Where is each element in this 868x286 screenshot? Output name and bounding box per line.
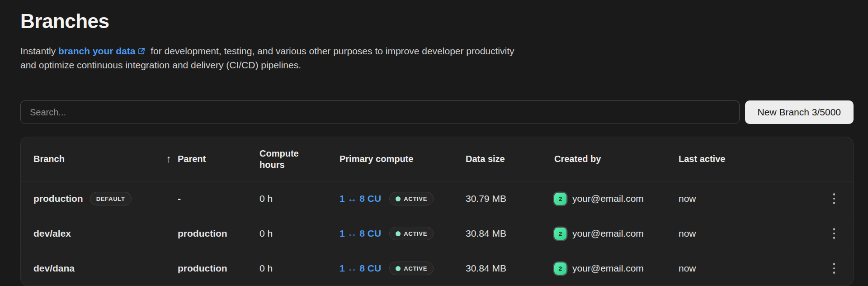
description-part3: and optimize continuous integration and … xyxy=(20,58,617,72)
search-input[interactable] xyxy=(20,100,740,124)
last-active: now xyxy=(679,193,823,204)
primary-compute-cell: 1 ↔ 8 CU ACTIVE xyxy=(340,192,466,205)
data-size: 30.79 MB xyxy=(466,193,554,204)
branch-name: dev/alex xyxy=(33,228,71,239)
branch-name: production xyxy=(33,193,83,204)
avatar: 2 xyxy=(554,193,566,205)
default-badge: DEFAULT xyxy=(90,192,132,205)
column-header-data-size[interactable]: Data size xyxy=(466,154,554,164)
actions-cell xyxy=(823,224,853,243)
column-header-compute-hours[interactable]: Compute hours xyxy=(259,148,340,171)
branch-name: dev/dana xyxy=(33,263,75,274)
branches-page: Branches Instantly branch your data for … xyxy=(0,0,868,286)
external-link-icon xyxy=(137,45,146,58)
status-dot-icon xyxy=(396,266,401,271)
status-dot-icon xyxy=(396,196,401,201)
compute-size-link[interactable]: 1 ↔ 8 CU xyxy=(340,228,381,239)
sort-ascending-icon: ↑ xyxy=(166,153,172,165)
description-part1: Instantly xyxy=(20,46,58,56)
kebab-menu-icon xyxy=(833,228,835,239)
primary-compute-cell: 1 ↔ 8 CU ACTIVE xyxy=(340,227,466,240)
status-label: ACTIVE xyxy=(404,230,427,237)
status-label: ACTIVE xyxy=(404,195,427,202)
table-body: production DEFAULT - 0 h 1 ↔ 8 CU ACTIVE… xyxy=(21,181,853,286)
compute-hours: 0 h xyxy=(259,263,340,274)
created-by-cell: 2 your@email.com xyxy=(554,228,679,240)
last-active: now xyxy=(679,263,823,274)
avatar: 2 xyxy=(554,262,566,275)
table-header: Branch ↑ Parent Compute hours Primary co… xyxy=(21,137,853,181)
parent-branch: - xyxy=(178,193,259,204)
new-branch-button[interactable]: New Branch 3/5000 xyxy=(745,100,854,124)
parent-branch: production xyxy=(178,228,259,239)
created-by-email: your@email.com xyxy=(572,263,644,274)
description-part2: for development, testing, and various ot… xyxy=(148,46,514,56)
status-badge: ACTIVE xyxy=(389,262,434,275)
avatar: 2 xyxy=(554,228,566,240)
branch-cell: dev/alex xyxy=(33,228,178,239)
branch-your-data-link[interactable]: branch your data xyxy=(58,46,135,56)
created-by-cell: 2 your@email.com xyxy=(554,262,679,275)
kebab-menu-button[interactable] xyxy=(825,190,843,208)
column-header-branch-label: Branch xyxy=(33,154,65,164)
compute-size-link[interactable]: 1 ↔ 8 CU xyxy=(340,263,381,274)
column-header-parent[interactable]: Parent xyxy=(178,154,259,164)
primary-compute-cell: 1 ↔ 8 CU ACTIVE xyxy=(340,262,466,275)
branches-table: Branch ↑ Parent Compute hours Primary co… xyxy=(20,137,854,286)
created-by-cell: 2 your@email.com xyxy=(554,193,679,205)
actions-cell xyxy=(823,190,853,208)
branch-cell: production DEFAULT xyxy=(33,192,178,205)
column-header-primary-compute[interactable]: Primary compute xyxy=(340,154,466,164)
compute-size-link[interactable]: 1 ↔ 8 CU xyxy=(340,193,381,204)
column-header-compute-hours-label: Compute hours xyxy=(259,148,310,171)
kebab-menu-button[interactable] xyxy=(825,259,843,277)
data-size: 30.84 MB xyxy=(466,228,554,239)
table-row[interactable]: dev/alex production 0 h 1 ↔ 8 CU ACTIVE … xyxy=(21,216,853,251)
compute-hours: 0 h xyxy=(259,193,340,204)
data-size: 30.84 MB xyxy=(466,263,554,274)
page-title: Branches xyxy=(20,10,854,33)
kebab-menu-icon xyxy=(833,263,835,274)
created-by-email: your@email.com xyxy=(572,193,644,204)
status-label: ACTIVE xyxy=(404,265,427,272)
table-row[interactable]: dev/dana production 0 h 1 ↔ 8 CU ACTIVE … xyxy=(21,251,853,286)
column-header-last-active[interactable]: Last active xyxy=(679,154,823,164)
branch-cell: dev/dana xyxy=(33,263,178,274)
page-description: Instantly branch your data for developme… xyxy=(20,44,617,72)
compute-hours: 0 h xyxy=(259,228,340,239)
table-row[interactable]: production DEFAULT - 0 h 1 ↔ 8 CU ACTIVE… xyxy=(21,181,853,216)
column-header-created-by[interactable]: Created by xyxy=(554,154,679,164)
created-by-email: your@email.com xyxy=(572,228,644,239)
kebab-menu-icon xyxy=(833,193,835,204)
status-badge: ACTIVE xyxy=(389,227,434,240)
column-header-branch[interactable]: Branch ↑ xyxy=(33,153,178,165)
parent-branch: production xyxy=(178,263,259,274)
status-dot-icon xyxy=(396,231,401,236)
status-badge: ACTIVE xyxy=(389,192,434,205)
actions-cell xyxy=(823,259,853,277)
last-active: now xyxy=(679,228,823,239)
kebab-menu-button[interactable] xyxy=(825,224,843,243)
search-toolbar: New Branch 3/5000 xyxy=(20,100,854,124)
